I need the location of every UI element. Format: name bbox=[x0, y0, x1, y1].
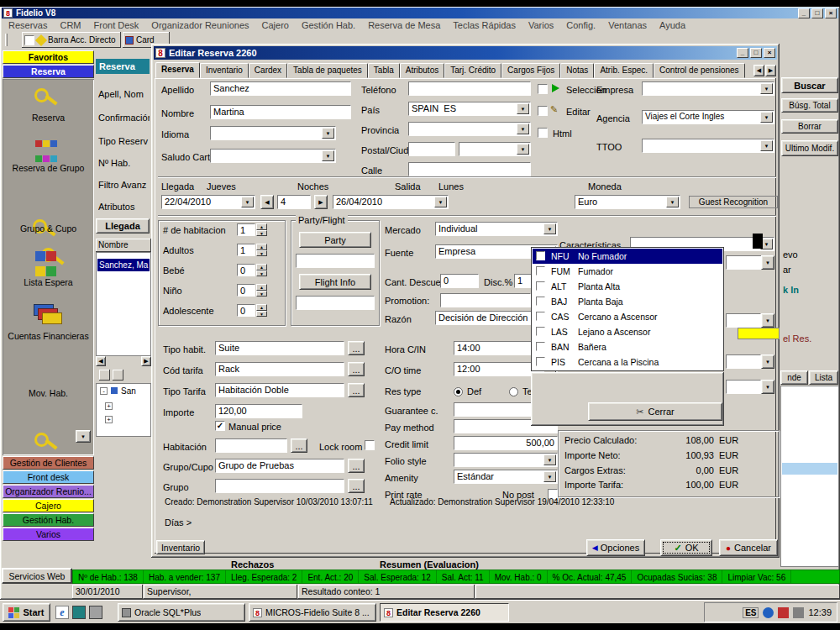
flight-field[interactable] bbox=[296, 296, 375, 310]
spin-up-icon[interactable] bbox=[256, 244, 267, 250]
opciones-button[interactable]: ◀ Opciones bbox=[586, 539, 645, 556]
tipo-habit-field[interactable]: Suite bbox=[215, 341, 344, 355]
partial-select[interactable] bbox=[726, 313, 761, 328]
mov-hab-key-icon[interactable] bbox=[34, 432, 60, 455]
dias-link[interactable]: Días > bbox=[165, 517, 192, 528]
editar-button-partial[interactable]: ar bbox=[783, 265, 791, 275]
back-print-tool-icon[interactable] bbox=[113, 370, 123, 381]
tray-app-icon[interactable] bbox=[778, 607, 789, 618]
tab-scroll-left-icon[interactable] bbox=[753, 65, 764, 76]
dialog-maximize-icon[interactable] bbox=[750, 48, 762, 58]
cancel-res-button-partial[interactable]: el Res. bbox=[783, 333, 811, 344]
option-checkbox[interactable] bbox=[536, 297, 545, 306]
back-tree-view[interactable]: - San + + bbox=[96, 383, 151, 437]
caracteristica-option[interactable]: PISCercana a la Piscina bbox=[533, 354, 722, 370]
manual-price-checkbox[interactable] bbox=[215, 421, 225, 431]
cancelar-button[interactable]: ● Cancelar bbox=[719, 539, 778, 556]
flight-info-button[interactable]: Flight Info bbox=[299, 274, 371, 290]
dropdown-arrow-icon[interactable] bbox=[241, 197, 254, 207]
cod-tarifa-browse-button[interactable] bbox=[348, 362, 365, 376]
menu-reservas[interactable]: Reservas bbox=[8, 20, 47, 30]
nombre-field[interactable]: Martina bbox=[210, 105, 351, 119]
spin-down-icon[interactable] bbox=[256, 230, 267, 236]
sidebar-item-reserva-grupo[interactable]: Reserva de Grupo bbox=[5, 163, 92, 173]
dropdown-arrow-icon[interactable] bbox=[517, 123, 529, 134]
dropdown-arrow-icon[interactable] bbox=[666, 197, 679, 207]
checkin-button-partial[interactable]: k In bbox=[783, 285, 799, 295]
menu-crm[interactable]: CRM bbox=[60, 20, 81, 30]
ok-button[interactable]: ✓ OK bbox=[660, 539, 712, 556]
back-llegada-button[interactable]: Llegada bbox=[96, 218, 150, 234]
ciudad-select[interactable] bbox=[459, 142, 531, 156]
tab-atributos[interactable]: Atributos bbox=[400, 63, 444, 78]
res-type-te-radio[interactable] bbox=[509, 387, 518, 396]
res-type-def-label[interactable]: Def bbox=[467, 386, 481, 396]
barra-checkbox[interactable] bbox=[24, 35, 34, 45]
noches-decrement-icon[interactable] bbox=[260, 195, 274, 209]
spin-up-icon[interactable] bbox=[256, 223, 267, 230]
partial-select[interactable] bbox=[726, 380, 761, 394]
manual-price-label[interactable]: Manual price bbox=[228, 422, 281, 432]
adultos-stepper[interactable] bbox=[256, 244, 267, 256]
amenity-select[interactable]: Estándar bbox=[454, 470, 558, 484]
tab-tabla-paquetes[interactable]: Tabla de paquetes bbox=[287, 63, 368, 78]
sidebar-cat-cajero[interactable]: Cajero bbox=[3, 499, 94, 512]
tree-expand-icon2[interactable]: + bbox=[105, 416, 113, 423]
dropdown-arrow-icon[interactable] bbox=[434, 197, 447, 207]
nino-field[interactable]: 0 bbox=[237, 284, 255, 297]
nino-stepper[interactable] bbox=[256, 284, 267, 297]
option-checkbox[interactable] bbox=[536, 357, 545, 366]
saludo-carta-select[interactable] bbox=[210, 149, 336, 163]
maximize-icon[interactable] bbox=[811, 8, 823, 18]
cod-tarifa-field[interactable]: Rack bbox=[215, 362, 344, 376]
tray-language-badge[interactable]: ES bbox=[743, 607, 759, 618]
apellido-field[interactable]: Sanchez bbox=[210, 81, 351, 96]
editar-label[interactable]: Editar bbox=[566, 107, 591, 117]
cant-descuento-field[interactable]: 0 bbox=[440, 274, 479, 288]
option-checkbox[interactable] bbox=[536, 342, 545, 351]
sidebar-cat-front-desk[interactable]: Front desk bbox=[3, 470, 94, 484]
partial-select[interactable] bbox=[726, 255, 763, 270]
highlighted-yellow-field[interactable] bbox=[738, 328, 780, 339]
tab-control-pensiones[interactable]: Control de pensiones bbox=[654, 63, 745, 78]
dialog-titlebar[interactable]: 8 Editar Reserva 2260 bbox=[154, 46, 777, 60]
adolescente-stepper[interactable] bbox=[256, 304, 267, 317]
caracteristica-option[interactable]: CASCercano a Ascensor bbox=[533, 309, 722, 324]
scroll-left-icon[interactable] bbox=[96, 356, 106, 366]
menu-cajero[interactable]: Cajero bbox=[262, 20, 289, 30]
lista-espera-icon[interactable] bbox=[35, 250, 60, 274]
dropdown-arrow-icon[interactable]: ▼ bbox=[761, 354, 774, 369]
dropdown-arrow-icon[interactable] bbox=[517, 103, 529, 114]
caracteristica-option[interactable]: FUMFumador bbox=[533, 264, 722, 279]
lista-tab[interactable]: Lista bbox=[809, 370, 838, 385]
tab-scroll-right-icon[interactable] bbox=[765, 65, 776, 76]
agencia-select[interactable]: Viajes el Corte Ingles bbox=[642, 110, 774, 124]
tab-cardex[interactable]: Cardex bbox=[249, 63, 287, 78]
tab-tabla[interactable]: Tabla bbox=[368, 63, 400, 78]
dropdown-arrow-icon[interactable] bbox=[760, 112, 773, 123]
spin-up-icon[interactable] bbox=[256, 284, 267, 291]
caracteristica-option[interactable]: NFUNo Fumador bbox=[533, 249, 722, 264]
sidebar-cat-varios[interactable]: Varios bbox=[3, 528, 94, 541]
sidebar-cat-gestion-clientes[interactable]: Gestión de Clientes bbox=[3, 456, 94, 470]
partial-select[interactable] bbox=[726, 354, 761, 369]
html-label[interactable]: Html bbox=[553, 129, 572, 139]
menu-varios[interactable]: Varios bbox=[528, 20, 554, 30]
ttoo-select[interactable] bbox=[642, 139, 774, 153]
sidebar-reserva-header[interactable]: Reserva bbox=[3, 65, 94, 78]
caracteristica-option[interactable]: LASLejano a Ascensor bbox=[533, 324, 722, 339]
close-icon[interactable] bbox=[825, 8, 837, 18]
sidebar-favoritos-header[interactable]: Favoritos bbox=[3, 50, 94, 64]
grupo-browse-button[interactable] bbox=[348, 479, 365, 493]
dropdown-arrow-icon[interactable] bbox=[517, 144, 529, 155]
task-editar-reserva[interactable]: 8 Editar Reserva 2260 bbox=[380, 603, 509, 622]
empresa-select[interactable] bbox=[642, 81, 774, 96]
spin-down-icon[interactable] bbox=[256, 311, 267, 317]
tree-node-label[interactable]: San bbox=[121, 386, 136, 396]
ultimo-modif-button[interactable]: Ultimo Modif. bbox=[781, 140, 838, 156]
party-field[interactable] bbox=[296, 254, 375, 268]
importe-field[interactable]: 120,00 bbox=[215, 404, 302, 418]
html-checkbox[interactable] bbox=[538, 128, 548, 138]
dropdown-arrow-icon[interactable] bbox=[760, 83, 773, 94]
dropdown-arrow-icon[interactable] bbox=[322, 150, 334, 161]
